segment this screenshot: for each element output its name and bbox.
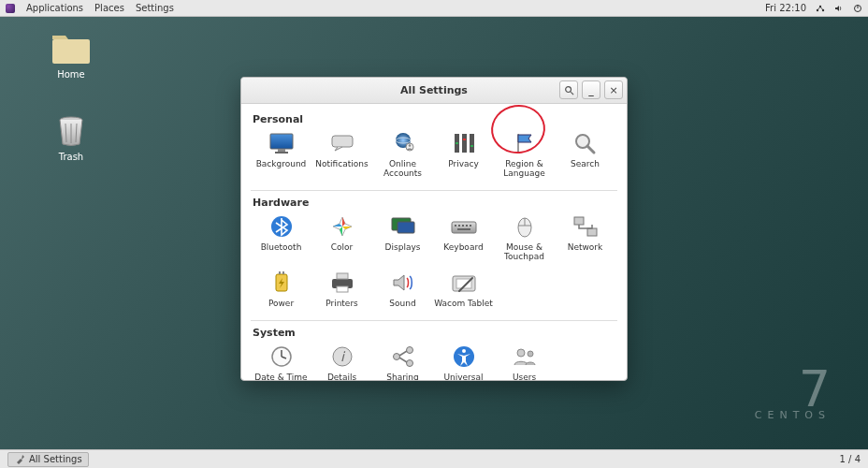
settings-window: All Settings _ × Personal Background Not… [240, 77, 628, 381]
task-label: All Settings [29, 454, 82, 464]
top-panel: Applications Places Settings Fri 22:10 [0, 0, 868, 17]
svg-point-58 [393, 353, 399, 359]
power-cell[interactable]: Power [251, 267, 311, 314]
svg-rect-24 [463, 139, 466, 140]
printers-icon [328, 271, 356, 295]
keyboard-cell[interactable]: Keyboard [433, 211, 494, 268]
details-cell[interactable]: i Details [311, 341, 372, 380]
svg-rect-34 [458, 225, 460, 227]
wacom-icon [450, 271, 478, 295]
svg-rect-45 [279, 271, 281, 274]
centos-name: CENTOS [755, 409, 831, 421]
desktop-home[interactable]: Home [45, 30, 97, 80]
section-personal-grid: Background Notifications Online Accounts… [251, 127, 617, 184]
bluetooth-cell[interactable]: Bluetooth [251, 211, 311, 268]
svg-point-19 [408, 144, 411, 147]
section-system-heading: System [253, 327, 617, 339]
svg-rect-23 [456, 142, 458, 144]
color-icon [328, 214, 356, 239]
svg-rect-49 [337, 286, 348, 292]
sound-cell[interactable]: Sound [372, 267, 433, 314]
region-language-icon [511, 131, 539, 155]
privacy-cell[interactable]: Privacy [433, 127, 494, 184]
svg-rect-36 [466, 225, 468, 227]
online-accounts-cell[interactable]: Online Accounts [372, 127, 433, 184]
svg-rect-38 [457, 228, 470, 230]
mouse-icon [511, 214, 539, 239]
universal-access-cell[interactable]: Universal Access [433, 341, 494, 380]
svg-rect-15 [332, 136, 353, 147]
panel-clock[interactable]: Fri 22:10 [765, 3, 806, 13]
svg-point-65 [517, 349, 525, 357]
wacom-cell[interactable]: Wacom Tablet [433, 267, 494, 314]
notifications-cell[interactable]: Notifications [311, 127, 372, 184]
svg-rect-35 [462, 225, 464, 227]
workspace-indicator[interactable]: 1 / 4 [840, 454, 861, 464]
power-tray-icon[interactable] [853, 4, 862, 13]
svg-rect-22 [470, 134, 474, 153]
sharing-cell[interactable]: Sharing [372, 341, 433, 380]
desktop-trash[interactable]: Trash [45, 112, 97, 162]
svg-rect-43 [587, 228, 597, 236]
svg-rect-33 [455, 225, 456, 227]
section-hardware-heading: Hardware [253, 197, 617, 209]
power-icon [268, 271, 296, 295]
svg-line-61 [399, 351, 407, 356]
svg-rect-37 [470, 225, 471, 227]
wrench-icon [14, 454, 25, 465]
svg-line-62 [399, 358, 407, 362]
task-all-settings[interactable]: All Settings [7, 452, 89, 467]
desktop-home-label: Home [45, 69, 97, 80]
network-tray-icon[interactable] [816, 4, 825, 13]
svg-point-66 [528, 351, 533, 357]
details-icon: i [328, 344, 356, 369]
mouse-touchpad-cell[interactable]: Mouse & Touchpad [494, 211, 555, 268]
universal-access-icon [450, 344, 478, 369]
svg-rect-14 [275, 152, 288, 154]
color-cell[interactable]: Color [311, 211, 372, 268]
network-cell[interactable]: Network [555, 211, 615, 268]
background-cell[interactable]: Background [251, 127, 311, 184]
background-icon [268, 131, 296, 155]
network-icon [571, 214, 600, 239]
search-icon [571, 131, 600, 155]
printers-cell[interactable]: Printers [311, 267, 372, 314]
svg-point-64 [462, 349, 466, 353]
svg-rect-13 [278, 149, 285, 152]
titlebar-search-button[interactable] [559, 80, 578, 99]
users-icon [511, 344, 539, 369]
section-personal-heading: Personal [253, 113, 617, 125]
svg-rect-5 [52, 39, 90, 64]
bluetooth-icon [268, 214, 296, 239]
trash-icon [51, 112, 92, 148]
svg-rect-21 [462, 134, 467, 153]
displays-icon [389, 214, 417, 239]
menu-settings[interactable]: Settings [136, 3, 174, 13]
search-cell[interactable]: Search [555, 127, 615, 184]
menu-places[interactable]: Places [94, 3, 124, 13]
svg-rect-12 [270, 134, 293, 149]
sound-icon [389, 271, 417, 295]
svg-point-59 [406, 346, 412, 353]
close-button[interactable]: × [604, 80, 623, 99]
sharing-icon [389, 344, 417, 369]
date-time-cell[interactable]: Date & Time [251, 341, 311, 380]
folder-icon [51, 30, 92, 66]
window-titlebar[interactable]: All Settings _ × [241, 78, 627, 104]
displays-cell[interactable]: Displays [372, 211, 433, 268]
clock-icon [268, 344, 296, 369]
svg-point-10 [565, 86, 571, 92]
centos-watermark: 7 CENTOS [755, 369, 831, 421]
menu-applications[interactable]: Applications [26, 3, 83, 13]
minimize-button[interactable]: _ [582, 80, 600, 99]
distro-icon [6, 4, 15, 13]
centos-version: 7 [755, 369, 831, 409]
svg-rect-46 [282, 271, 284, 274]
svg-rect-31 [398, 222, 414, 233]
region-language-cell[interactable]: Region & Language [494, 127, 555, 184]
svg-point-60 [406, 359, 412, 366]
volume-tray-icon[interactable] [834, 4, 844, 13]
section-system-grid: Date & Time i Details Sharing Universal … [251, 341, 617, 380]
users-cell[interactable]: Users [494, 341, 555, 380]
svg-rect-48 [337, 273, 348, 279]
